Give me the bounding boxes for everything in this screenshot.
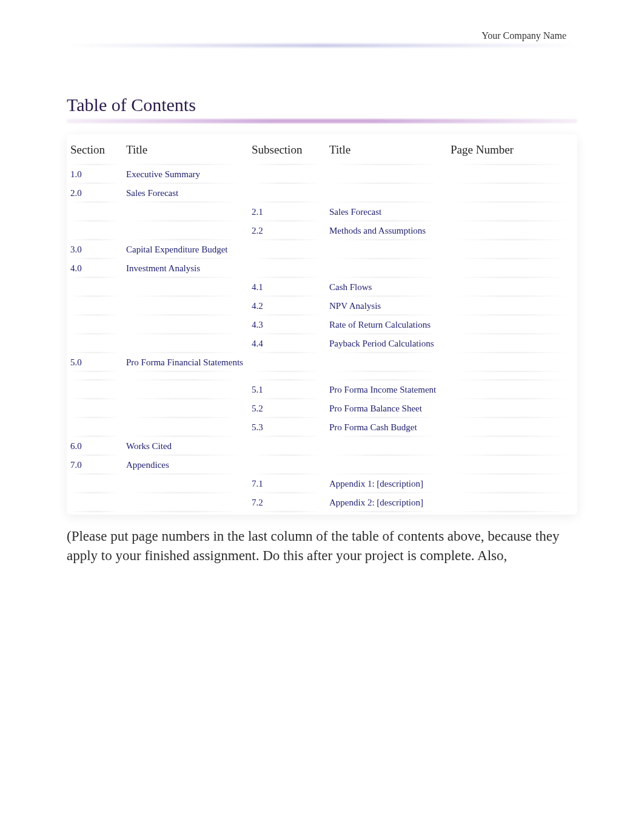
toc-cell-page <box>447 221 577 240</box>
table-row: 2.0Sales Forecast <box>67 184 577 203</box>
toc-cell-subtitle <box>326 353 447 372</box>
toc-cell-title: Works Cited <box>122 437 248 456</box>
toc-cell-subsection: 2.1 <box>248 203 326 221</box>
toc-cell-section <box>67 278 122 297</box>
toc-cell-page <box>447 437 577 456</box>
toc-cell-page <box>447 334 577 353</box>
toc-cell-section <box>67 475 122 493</box>
col-header-title: Title <box>122 135 248 165</box>
toc-cell-title: Capital Expenditure Budget <box>122 240 248 259</box>
toc-cell-section <box>67 334 122 353</box>
table-row: 4.3Rate of Return Calculations <box>67 316 577 334</box>
toc-cell-page <box>447 475 577 493</box>
toc-cell-subsection: 4.2 <box>248 297 326 316</box>
toc-cell-page <box>447 380 577 399</box>
toc-cell-subsection <box>248 184 326 203</box>
toc-cell-page <box>447 184 577 203</box>
toc-cell-subsection <box>248 372 326 380</box>
toc-cell-subtitle: Methods and Assumptions <box>326 221 447 240</box>
toc-cell-title <box>122 493 248 512</box>
toc-cell-section <box>67 493 122 512</box>
toc-heading: Table of Contents <box>67 95 577 115</box>
document-page: Your Company Name Table of Contents Sect… <box>0 0 644 565</box>
toc-cell-subtitle: Payback Period Calculations <box>326 334 447 353</box>
toc-cell-page <box>447 297 577 316</box>
toc-cell-section: 4.0 <box>67 259 122 278</box>
toc-cell-section <box>67 372 122 380</box>
toc-cell-title: Appendices <box>122 456 248 475</box>
table-row: 2.2Methods and Assumptions <box>67 221 577 240</box>
toc-cell-subtitle <box>326 372 447 380</box>
toc-cell-title: Sales Forecast <box>122 184 248 203</box>
table-row <box>67 372 577 380</box>
toc-cell-page <box>447 353 577 372</box>
col-header-section: Section <box>67 135 122 165</box>
toc-cell-subsection: 4.4 <box>248 334 326 353</box>
toc-cell-section: 1.0 <box>67 165 122 184</box>
table-row: 1.0Executive Summary <box>67 165 577 184</box>
table-row: 4.0Investment Analysis <box>67 259 577 278</box>
toc-cell-subsection: 4.3 <box>248 316 326 334</box>
toc-cell-page <box>447 203 577 221</box>
toc-header-row: Section Title Subsection Title Page Numb… <box>67 135 577 165</box>
table-row: 4.4Payback Period Calculations <box>67 334 577 353</box>
toc-cell-page <box>447 418 577 437</box>
toc-cell-subsection: 4.1 <box>248 278 326 297</box>
toc-cell-subtitle: Appendix 1: [description] <box>326 475 447 493</box>
toc-cell-title <box>122 334 248 353</box>
toc-cell-page <box>447 165 577 184</box>
toc-cell-page <box>447 316 577 334</box>
toc-cell-title <box>122 278 248 297</box>
toc-cell-section <box>67 380 122 399</box>
company-name-header: Your Company Name <box>67 30 577 44</box>
toc-cell-subsection: 7.1 <box>248 475 326 493</box>
table-row: 2.1Sales Forecast <box>67 203 577 221</box>
toc-table-container: Section Title Subsection Title Page Numb… <box>67 134 577 515</box>
toc-cell-subsection <box>248 240 326 259</box>
table-row: 5.1Pro Forma Income Statement <box>67 380 577 399</box>
toc-cell-subsection <box>248 353 326 372</box>
toc-cell-title: Executive Summary <box>122 165 248 184</box>
table-row: 5.3Pro Forma Cash Budget <box>67 418 577 437</box>
toc-cell-section: 6.0 <box>67 437 122 456</box>
table-row: 7.1Appendix 1: [description] <box>67 475 577 493</box>
toc-cell-section: 2.0 <box>67 184 122 203</box>
toc-cell-subtitle: Pro Forma Balance Sheet <box>326 399 447 418</box>
toc-cell-subtitle: Rate of Return Calculations <box>326 316 447 334</box>
toc-heading-divider <box>67 119 577 123</box>
toc-cell-subtitle: NPV Analysis <box>326 297 447 316</box>
header-divider <box>67 44 577 47</box>
col-header-subsection: Subsection <box>248 135 326 165</box>
table-row: 5.2Pro Forma Balance Sheet <box>67 399 577 418</box>
toc-cell-title: Pro Forma Financial Statements <box>122 353 248 372</box>
instruction-paragraph: (Please put page numbers in the last col… <box>67 527 577 565</box>
toc-cell-subsection: 7.2 <box>248 493 326 512</box>
toc-cell-title <box>122 221 248 240</box>
toc-cell-title: Investment Analysis <box>122 259 248 278</box>
toc-cell-title <box>122 372 248 380</box>
toc-cell-section: 7.0 <box>67 456 122 475</box>
toc-cell-subsection: 5.1 <box>248 380 326 399</box>
toc-cell-subtitle <box>326 165 447 184</box>
toc-cell-subtitle <box>326 259 447 278</box>
toc-cell-subsection <box>248 165 326 184</box>
toc-cell-title <box>122 203 248 221</box>
toc-cell-subsection <box>248 259 326 278</box>
toc-cell-title <box>122 475 248 493</box>
toc-cell-subtitle: Appendix 2: [description] <box>326 493 447 512</box>
col-header-page: Page Number <box>447 135 577 165</box>
table-row: 5.0Pro Forma Financial Statements <box>67 353 577 372</box>
toc-cell-subtitle: Sales Forecast <box>326 203 447 221</box>
toc-cell-title <box>122 297 248 316</box>
toc-cell-subtitle <box>326 240 447 259</box>
toc-cell-subsection: 5.2 <box>248 399 326 418</box>
toc-cell-title <box>122 380 248 399</box>
toc-cell-page <box>447 278 577 297</box>
toc-cell-section <box>67 316 122 334</box>
toc-cell-section: 5.0 <box>67 353 122 372</box>
toc-cell-subsection <box>248 437 326 456</box>
toc-cell-subsection: 2.2 <box>248 221 326 240</box>
toc-cell-subsection: 5.3 <box>248 418 326 437</box>
toc-cell-section <box>67 399 122 418</box>
toc-cell-page <box>447 456 577 475</box>
